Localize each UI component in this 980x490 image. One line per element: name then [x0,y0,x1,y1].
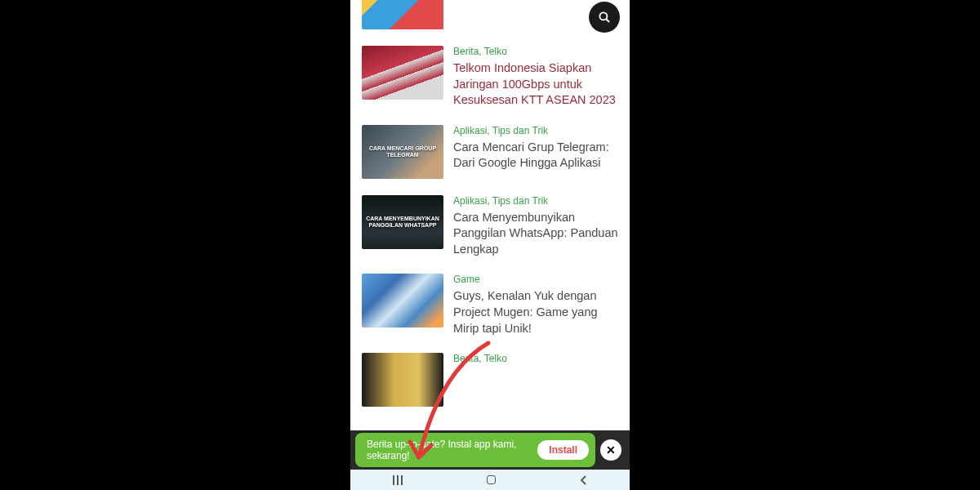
nav-home-button[interactable] [487,475,496,484]
category-links: Aplikasi, Tips dan Trik [453,195,618,207]
category-link[interactable]: Telko [484,353,507,364]
category-link[interactable]: Aplikasi [453,125,487,136]
category-link[interactable]: Telko [484,46,507,57]
article-list: Rekor! Berita, Telko Telkom Indonesia Si… [350,0,630,423]
category-link[interactable]: Berita [453,353,479,364]
category-link[interactable]: Tips dan Trik [492,195,548,207]
category-links: Game [453,274,618,285]
thumbnail-text: CARA MENCARI GROUP TELEGRAM [366,145,439,158]
list-item[interactable]: Game Guys, Kenalan Yuk dengan Project Mu… [362,274,618,336]
article-thumbnail[interactable] [362,0,443,29]
category-links: Berita, Telko [453,353,618,364]
nav-back-button[interactable] [580,474,588,486]
category-link[interactable]: Berita [453,46,479,57]
category-link[interactable]: Game [453,274,480,285]
article-title[interactable]: Cara Menyembunyikan Panggilan WhatsApp: … [453,210,618,258]
search-icon [597,10,612,24]
nav-recents-button[interactable] [393,475,403,485]
close-icon: ✕ [606,443,616,457]
install-text: Berita up-to-date? Instal app kami, seka… [367,439,537,462]
article-thumbnail[interactable] [362,46,443,100]
category-link[interactable]: Tips dan Trik [492,125,548,136]
category-links: Berita, Telko [453,46,618,57]
list-item[interactable]: CARA MENCARI GROUP TELEGRAM Aplikasi, Ti… [362,125,618,179]
category-link[interactable]: Aplikasi [453,195,487,207]
install-bar: Berita up-to-date? Instal app kami, seka… [350,430,630,470]
list-item[interactable]: Rekor! [362,0,618,29]
android-nav-bar [350,470,630,490]
install-banner: Berita up-to-date? Instal app kami, seka… [355,433,595,467]
close-button[interactable]: ✕ [600,439,621,461]
article-thumbnail[interactable]: CARA MENYEMBUNYIKAN PANGGILAN WHATSAPP [362,195,443,249]
article-thumbnail[interactable] [362,353,443,407]
phone-frame: Rekor! Berita, Telko Telkom Indonesia Si… [350,0,630,490]
install-button[interactable]: Install [537,440,589,460]
svg-point-0 [599,12,607,20]
article-thumbnail[interactable]: CARA MENCARI GROUP TELEGRAM [362,125,443,179]
list-item[interactable]: Berita, Telko Telkom Indonesia Siapkan J… [362,46,618,109]
list-item[interactable]: Berita, Telko [362,353,618,407]
list-item[interactable]: CARA MENYEMBUNYIKAN PANGGILAN WHATSAPP A… [362,195,618,258]
article-thumbnail[interactable] [362,274,443,327]
thumbnail-text: CARA MENYEMBUNYIKAN PANGGILAN WHATSAPP [366,215,439,229]
article-title[interactable]: Cara Mencari Grup Telegram: Dari Google … [453,140,618,172]
search-button[interactable] [589,2,620,33]
article-title[interactable]: Guys, Kenalan Yuk dengan Project Mugen: … [453,288,618,336]
svg-line-1 [606,19,609,22]
category-links: Aplikasi, Tips dan Trik [453,125,618,136]
article-title[interactable]: Telkom Indonesia Siapkan Jaringan 100Gbp… [453,60,618,109]
